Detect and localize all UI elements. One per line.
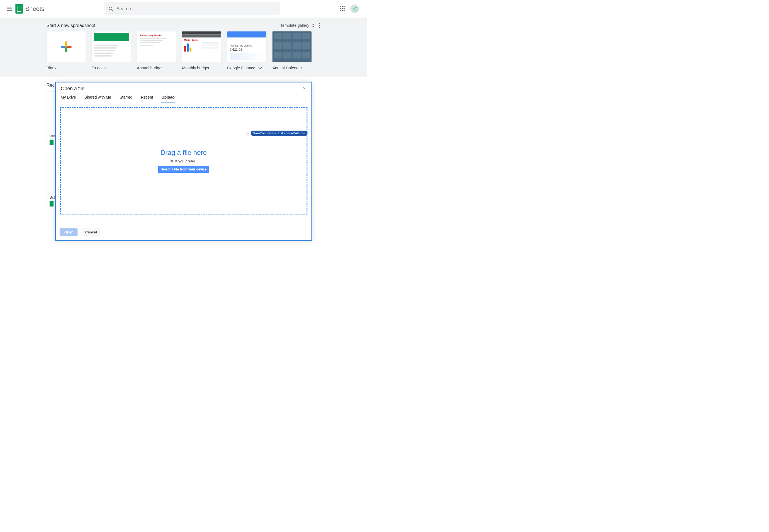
template-card-blank[interactable]: Blank	[47, 31, 86, 70]
template-label: Monthly budget	[182, 66, 221, 70]
svg-point-0	[109, 7, 112, 10]
dropzone-title: Drag a file here	[160, 149, 207, 157]
template-label: Google Finance Invest…	[227, 66, 266, 70]
app-title: Sheets	[25, 5, 44, 13]
app-header: Sheets	[0, 0, 367, 18]
app-logo[interactable]: Sheets	[15, 4, 44, 13]
template-label: Annual budget	[137, 66, 176, 70]
sheets-icon	[15, 4, 23, 13]
upload-dropzone[interactable]: Drag a file here Or, if you prefer... Se…	[60, 107, 307, 214]
file-icon	[246, 131, 250, 136]
dialog-title: Open a file	[61, 86, 84, 91]
avatar-landscape-icon	[352, 7, 357, 11]
search-input[interactable]	[116, 6, 275, 11]
tab-upload[interactable]: Upload	[162, 95, 175, 103]
template-label: To-do list	[92, 66, 131, 70]
open-button[interactable]: Open	[60, 228, 77, 236]
account-avatar[interactable]	[350, 4, 359, 13]
tab-recent[interactable]: Recent	[141, 95, 153, 103]
dragged-file: WooCommerce-Customers-Data.csv	[246, 131, 307, 136]
template-label: Blank	[47, 66, 86, 70]
template-gallery-button[interactable]: Template gallery	[280, 23, 314, 28]
template-card-annual-budget[interactable]: Annual budget tracker Annual budget	[137, 31, 176, 70]
unfold-icon	[311, 23, 314, 28]
tab-my-drive[interactable]: My Drive	[61, 95, 76, 103]
open-file-dialog: Open a file × My Drive Shared with Me St…	[55, 82, 312, 241]
sheets-file-icon	[50, 201, 53, 206]
dragged-file-name: WooCommerce-Customers-Data.csv	[251, 131, 307, 136]
template-card-monthly-budget[interactable]: Monthly Budget Monthly budget	[182, 31, 221, 70]
plus-icon	[61, 42, 71, 52]
templates-heading: Start a new spreadsheet	[47, 23, 96, 28]
svg-point-2	[355, 7, 356, 8]
sheets-file-icon	[50, 140, 53, 145]
template-label: Annual Calendar	[272, 66, 311, 70]
dialog-tabs: My Drive Shared with Me Starred Recent U…	[56, 92, 311, 103]
main-menu-button[interactable]	[6, 6, 13, 12]
tab-shared-with-me[interactable]: Shared with Me	[84, 95, 111, 103]
dropzone-subtitle: Or, if you prefer...	[169, 159, 198, 163]
svg-line-1	[111, 9, 113, 11]
dialog-footer: Open Cancel	[56, 224, 311, 240]
finance-name: Alphabet Inc Class C	[229, 44, 264, 47]
cancel-button[interactable]: Cancel	[81, 228, 101, 236]
finance-price: 2,622.03	[229, 48, 264, 51]
search-bar[interactable]	[104, 2, 280, 16]
template-strip: Start a new spreadsheet Template gallery	[0, 18, 367, 77]
search-icon	[108, 6, 113, 11]
select-file-button[interactable]: Select a file from your device	[158, 166, 209, 173]
hamburger-icon	[7, 7, 12, 11]
template-card-calendar[interactable]: Annual Calendar	[272, 31, 311, 70]
template-card-todo[interactable]: To-do list	[92, 31, 131, 70]
google-apps-button[interactable]	[340, 6, 345, 11]
close-icon: ×	[303, 86, 305, 91]
dialog-close-button[interactable]: ×	[302, 86, 306, 91]
template-card-finance[interactable]: Alphabet Inc Class C2,622.03 Google Fina…	[227, 31, 266, 70]
tab-starred[interactable]: Starred	[120, 95, 132, 103]
templates-more-button[interactable]	[319, 23, 320, 28]
template-gallery-label: Template gallery	[280, 23, 309, 28]
